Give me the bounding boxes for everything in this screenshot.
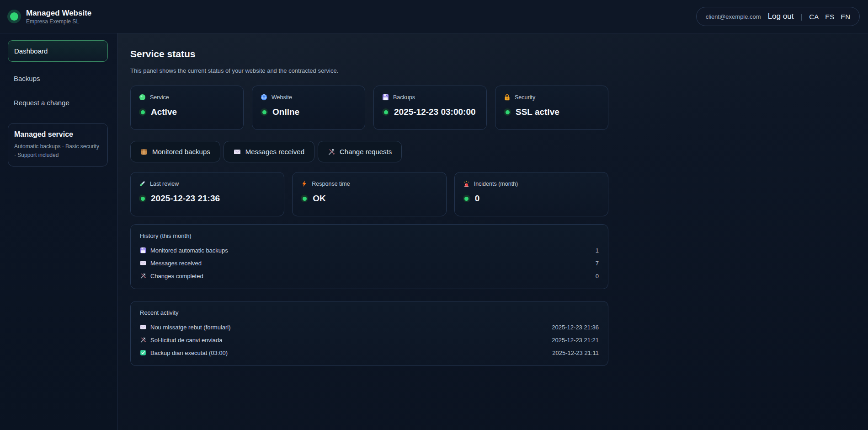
messages-received-button[interactable]: Messages received (224, 141, 314, 162)
history-panel-title: History (this month) (140, 232, 599, 239)
card-value: 2025-12-23 03:00:00 (394, 107, 476, 117)
metric-cards-row: Last review2025-12-23 21:36Response time… (130, 172, 608, 216)
sidebar-item-request-a-change[interactable]: Request a change (8, 92, 108, 113)
lock-icon (504, 94, 511, 101)
metric-card: Backups2025-12-23 03:00:00 (373, 86, 487, 130)
history-row: Monitored automatic backups1 (140, 244, 599, 257)
monitored-backups-button[interactable]: Monitored backups (130, 141, 220, 162)
test-tube-icon (139, 180, 146, 187)
activity-row-timestamp: 2025-12-23 21:21 (552, 337, 599, 344)
company-name: Empresa Exemple SL (26, 18, 91, 25)
page-description: This panel shows the current status of y… (130, 67, 608, 74)
package-icon (140, 148, 148, 156)
app-title: Managed Website (26, 8, 91, 18)
sidebar-item-backups[interactable]: Backups (8, 68, 108, 89)
plan-title: Managed service (14, 130, 101, 139)
card-value: Online (272, 107, 299, 117)
status-cards-row: ServiceActiveWebsiteOnlineBackups2025-12… (130, 86, 608, 130)
user-pill: client@exemple.com Log out | CAESEN (696, 7, 860, 26)
quick-buttons-row: Monitored backupsMessages receivedChange… (130, 141, 608, 162)
metric-card: ServiceActive (130, 86, 244, 130)
card-label: Website (272, 94, 292, 101)
activity-row-label: Nou missatge rebut (formulari) (150, 324, 231, 331)
activity-row-label: Backup diari executat (03:00) (150, 349, 228, 356)
history-row: Messages received7 (140, 257, 599, 269)
brand: Managed Website Empresa Exemple SL (7, 8, 91, 24)
activity-row: Sol·licitud de canvi enviada2025-12-23 2… (140, 333, 599, 346)
status-dot-icon (504, 108, 511, 116)
status-dot-icon (382, 108, 389, 116)
sidebar-nav: DashboardBackupsRequest a change (8, 40, 108, 113)
tools-icon (140, 273, 146, 279)
lang-es[interactable]: ES (825, 13, 834, 21)
bolt-icon (301, 180, 308, 187)
history-row: Changes completed0 (140, 269, 599, 282)
status-dot-icon (261, 108, 268, 116)
card-value: SSL active (516, 107, 559, 117)
card-label: Incidents (month) (474, 181, 518, 187)
card-label: Security (515, 94, 535, 101)
envelope-icon (140, 324, 146, 330)
activity-panel-title: Recent activity (140, 309, 599, 316)
check-icon (140, 349, 146, 356)
history-row-value: 1 (596, 247, 599, 254)
activity-row-label: Sol·licitud de canvi enviada (150, 337, 223, 344)
history-row-value: 0 (596, 273, 599, 280)
app-header: Managed Website Empresa Exemple SL clien… (0, 0, 868, 33)
pill-separator: | (800, 13, 802, 21)
managed-service-card: Managed service Automatic backups · Basi… (8, 123, 108, 167)
user-email: client@exemple.com (706, 13, 761, 20)
history-row-label: Changes completed (150, 273, 203, 280)
metric-card: Last review2025-12-23 21:36 (130, 172, 284, 216)
lang-ca[interactable]: CA (809, 13, 819, 21)
tools-icon (328, 148, 335, 156)
lang-en[interactable]: EN (841, 13, 850, 21)
sidebar-item-dashboard[interactable]: Dashboard (8, 40, 108, 62)
envelope-icon (234, 148, 241, 156)
envelope-icon (140, 260, 146, 266)
logo-dot-icon (7, 10, 21, 23)
recent-activity-panel: Recent activity Nou missatge rebut (form… (130, 301, 608, 366)
metric-card: WebsiteOnline (252, 86, 365, 130)
language-switcher: CAESEN (809, 13, 850, 21)
tools-icon (140, 337, 146, 343)
card-label: Service (150, 94, 169, 101)
green-circle-icon (139, 94, 146, 101)
history-row-label: Monitored automatic backups (150, 247, 228, 254)
card-value: 0 (475, 194, 480, 204)
button-label: Change requests (340, 148, 392, 156)
activity-row: Nou missatge rebut (formulari)2025-12-23… (140, 321, 599, 333)
history-panel: History (this month) Monitored automatic… (130, 224, 608, 289)
status-dot-icon (139, 108, 146, 116)
status-dot-icon (139, 195, 146, 202)
plan-description: Automatic backups · Basic security · Sup… (14, 142, 101, 159)
floppy-icon (382, 94, 389, 101)
card-value: 2025-12-23 21:36 (151, 194, 220, 204)
globe-icon (261, 94, 267, 101)
button-label: Messages received (245, 148, 304, 156)
main-area: Service status This panel shows the curr… (117, 33, 868, 430)
sidebar: DashboardBackupsRequest a change Managed… (0, 33, 117, 430)
logout-button[interactable]: Log out (768, 12, 794, 21)
activity-row-timestamp: 2025-12-23 21:36 (552, 324, 599, 331)
metric-card: Response timeOK (292, 172, 446, 216)
card-value: Active (151, 107, 177, 117)
change-requests-button[interactable]: Change requests (318, 141, 402, 162)
activity-row: Backup diari executat (03:00)2025-12-23 … (140, 346, 599, 359)
siren-icon (463, 180, 470, 187)
status-dot-icon (463, 195, 470, 202)
card-label: Response time (312, 181, 350, 187)
card-label: Last review (150, 181, 179, 187)
history-row-label: Messages received (150, 260, 202, 267)
status-dot-icon (301, 195, 308, 202)
card-label: Backups (393, 94, 415, 101)
activity-row-timestamp: 2025-12-23 21:11 (552, 349, 599, 356)
page-title: Service status (130, 48, 608, 59)
floppy-icon (140, 247, 146, 253)
metric-card: Incidents (month)0 (454, 172, 608, 216)
button-label: Monitored backups (152, 148, 210, 156)
metric-card: SecuritySSL active (495, 86, 608, 130)
card-value: OK (313, 194, 326, 204)
history-row-value: 7 (596, 260, 599, 267)
